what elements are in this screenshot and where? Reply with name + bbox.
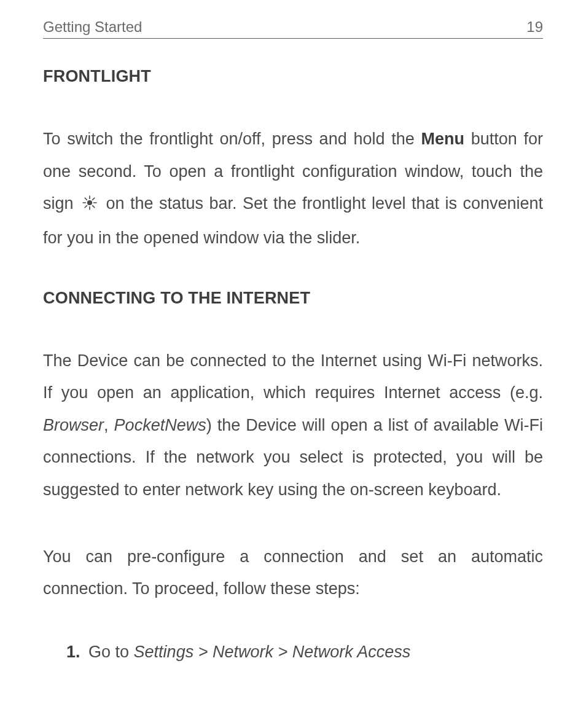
text-run: The Device can be connected to the Inter… xyxy=(43,351,543,402)
text-run: To switch the frontlight on/off, press a… xyxy=(43,130,421,148)
text-run: , xyxy=(104,416,114,434)
steps-list: 1. Go to Settings > Network > Network Ac… xyxy=(43,636,543,668)
brightness-icon xyxy=(82,189,98,222)
app-name-browser: Browser xyxy=(43,416,104,434)
running-header: Getting Started 19 xyxy=(43,18,543,39)
section-heading-frontlight: FRONTLIGHT xyxy=(43,67,543,86)
internet-paragraph-2: You can pre-configure a connection and s… xyxy=(43,541,543,605)
svg-line-7 xyxy=(93,198,95,200)
chapter-name: Getting Started xyxy=(43,18,142,36)
frontlight-paragraph: To switch the frontlight on/off, press a… xyxy=(43,123,543,254)
step-number: 1. xyxy=(66,643,80,661)
internet-paragraph-1: The Device can be connected to the Inter… xyxy=(43,345,543,506)
text-run: on the status bar. Set the frontlight le… xyxy=(43,194,543,247)
app-name-pocketnews: PocketNews xyxy=(114,416,206,434)
svg-line-8 xyxy=(85,206,87,208)
step-text: Go to xyxy=(88,643,134,661)
menu-button-label: Menu xyxy=(421,130,464,148)
svg-line-5 xyxy=(85,198,87,200)
svg-line-6 xyxy=(93,206,95,208)
settings-path: Settings > Network > Network Access xyxy=(134,643,411,661)
step-item-1: 1. Go to Settings > Network > Network Ac… xyxy=(66,636,543,668)
page-number: 19 xyxy=(526,18,543,36)
svg-point-0 xyxy=(88,201,92,205)
section-heading-internet: CONNECTING TO THE INTERNET xyxy=(43,289,543,308)
